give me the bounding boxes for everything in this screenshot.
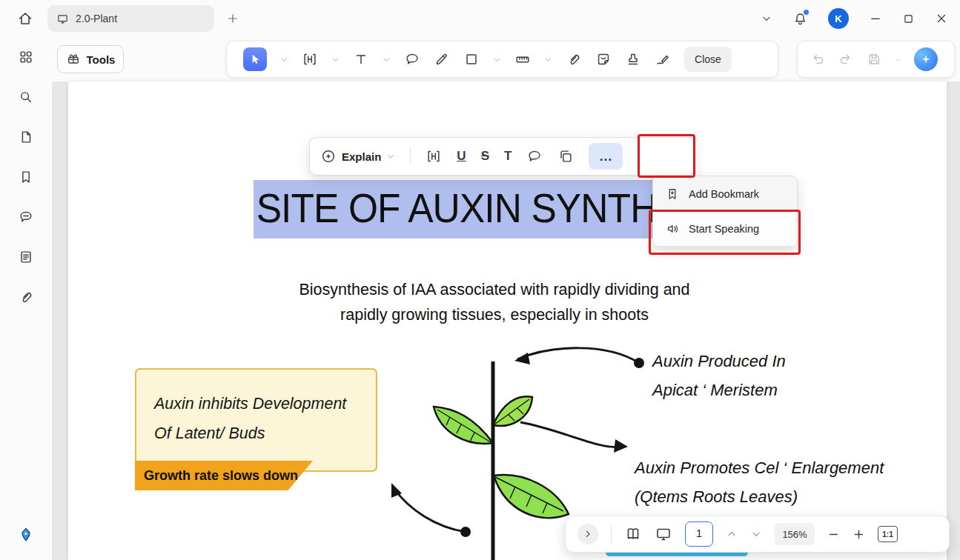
subtitle-text: Biosynthesis of IAA associated with rapi… <box>202 277 787 327</box>
zoom-level[interactable]: 156% <box>775 523 815 545</box>
tool-panel: Close <box>226 41 778 78</box>
title-bar: 2.0-Plant K <box>0 0 960 37</box>
user-avatar[interactable]: K <box>828 8 849 29</box>
divider <box>410 147 411 166</box>
more-options-button[interactable]: … <box>589 143 623 170</box>
red-highlight-more-button <box>638 134 695 178</box>
text-box-icon[interactable] <box>426 148 442 164</box>
expand-controls-button[interactable] <box>577 524 598 544</box>
text-style-icon[interactable]: T <box>504 149 512 164</box>
comment-tool-icon[interactable] <box>404 51 420 67</box>
subtitle-line-2: rapidly growing tissues, especially in s… <box>202 302 787 327</box>
notifications-bell-icon[interactable] <box>792 11 808 27</box>
orange-tag: Growth rate slows down <box>135 461 313 490</box>
subtitle-line-1: Biosynthesis of IAA associated with rapi… <box>202 277 787 302</box>
note-auxin-promotes: Auxin Promotes Cel ‘ Enlargement (Qtems … <box>635 453 884 511</box>
note-top-line-2: Apicat ‘ Meristem <box>652 376 786 404</box>
copy-icon[interactable] <box>557 148 574 164</box>
explain-button[interactable]: Explain <box>320 148 395 164</box>
text-selection-highlight: SITE OF AUXIN SYNTH <box>254 180 664 239</box>
document-tab[interactable]: 2.0-Plant <box>47 5 214 32</box>
stamp-tool-icon[interactable] <box>625 51 641 67</box>
history-save-panel <box>797 41 955 78</box>
redo-icon[interactable] <box>838 51 854 67</box>
explain-label: Explain <box>342 150 381 163</box>
pen-nib-icon[interactable] <box>17 526 35 544</box>
shape-tool-icon[interactable] <box>463 51 480 67</box>
previous-page-icon[interactable] <box>726 528 738 540</box>
text-box-tool-icon[interactable] <box>302 51 318 67</box>
notification-dot <box>804 10 809 15</box>
explain-chevron-icon[interactable] <box>386 152 395 161</box>
add-bookmark-icon <box>665 187 680 201</box>
text-tool-chevron-icon[interactable] <box>383 56 391 64</box>
zoom-in-icon[interactable] <box>853 528 865 541</box>
ai-sparkle-icon <box>320 148 337 164</box>
selection-toolbar: Explain U S T … <box>309 137 695 176</box>
close-editing-button[interactable]: Close <box>684 47 732 72</box>
page-control-bar: 1 156% 1:1 <box>565 516 950 553</box>
signature-tool-icon[interactable] <box>655 51 671 67</box>
save-icon[interactable] <box>866 51 882 67</box>
sticker-tool-icon[interactable] <box>595 51 612 67</box>
main-toolbar: Tools <box>52 37 960 81</box>
underline-icon[interactable]: U <box>457 149 466 164</box>
shape-tool-chevron-icon[interactable] <box>493 56 501 64</box>
text-tool-icon[interactable] <box>353 51 369 67</box>
note-bottom-line-2: (Qtems Roots Leaves) <box>635 482 884 511</box>
ai-assistant-icon[interactable] <box>914 47 938 71</box>
new-tab-icon[interactable] <box>226 12 239 25</box>
note-bottom-line-1: Auxin Promotes Cel ‘ Enlargement <box>635 453 884 482</box>
note-top-line-1: Auxin Produced In <box>652 347 786 376</box>
undo-icon[interactable] <box>810 51 826 67</box>
pen-tool-icon[interactable] <box>434 51 450 67</box>
actual-size-button[interactable]: 1:1 <box>878 526 898 542</box>
select-tool-button[interactable] <box>243 47 267 71</box>
apps-grid-icon[interactable] <box>18 49 34 65</box>
measure-tool-chevron-icon[interactable] <box>544 56 552 64</box>
add-bookmark-label: Add Bookmark <box>689 188 759 200</box>
pages-icon[interactable] <box>18 249 34 265</box>
page-layout-icon[interactable] <box>624 525 642 543</box>
monitor-icon <box>56 13 69 25</box>
measure-tool-icon[interactable] <box>514 51 531 67</box>
pdf-editor-window: 2.0-Plant K <box>0 0 960 560</box>
menu-item-add-bookmark[interactable]: Add Bookmark <box>653 176 797 211</box>
text-box-chevron-icon[interactable] <box>331 56 340 64</box>
search-icon[interactable] <box>18 89 34 105</box>
maximize-icon[interactable] <box>902 13 915 25</box>
annotations-icon[interactable] <box>18 209 34 225</box>
tools-label: Tools <box>87 53 116 66</box>
comment-icon[interactable] <box>526 148 543 164</box>
minimize-icon[interactable] <box>869 12 882 25</box>
divider <box>611 524 612 544</box>
next-page-icon[interactable] <box>750 528 762 540</box>
page-number-input[interactable]: 1 <box>685 521 713 547</box>
callout-line-2: Of Latent/ Buds <box>154 419 376 448</box>
strikethrough-icon[interactable]: S <box>481 149 489 164</box>
left-sidebar <box>0 37 52 560</box>
save-chevron-icon[interactable] <box>894 56 902 64</box>
callout-line-1: Auxin inhibits Development <box>154 389 376 419</box>
presentation-mode-icon[interactable] <box>655 525 672 543</box>
selected-heading[interactable]: SITE OF AUXIN SYNTH <box>254 184 664 232</box>
tab-title: 2.0-Plant <box>76 13 117 24</box>
select-tool-chevron-icon[interactable] <box>280 56 288 64</box>
close-window-icon[interactable] <box>935 12 948 25</box>
chevron-down-icon[interactable] <box>761 13 772 24</box>
bookmarks-icon[interactable] <box>18 169 34 185</box>
thumbnails-icon[interactable] <box>18 129 34 145</box>
yellow-callout-box: Auxin inhibits Development Of Latent/ Bu… <box>135 368 377 472</box>
zoom-out-icon[interactable] <box>827 528 840 541</box>
attachment-tool-icon[interactable] <box>566 51 582 67</box>
note-auxin-produced: Auxin Produced In Apicat ‘ Meristem <box>652 347 786 404</box>
attachments-panel-icon[interactable] <box>18 289 34 305</box>
home-icon[interactable] <box>16 10 34 27</box>
tools-icon <box>66 52 81 67</box>
tools-button[interactable]: Tools <box>57 45 124 73</box>
red-highlight-start-speaking <box>649 210 801 255</box>
